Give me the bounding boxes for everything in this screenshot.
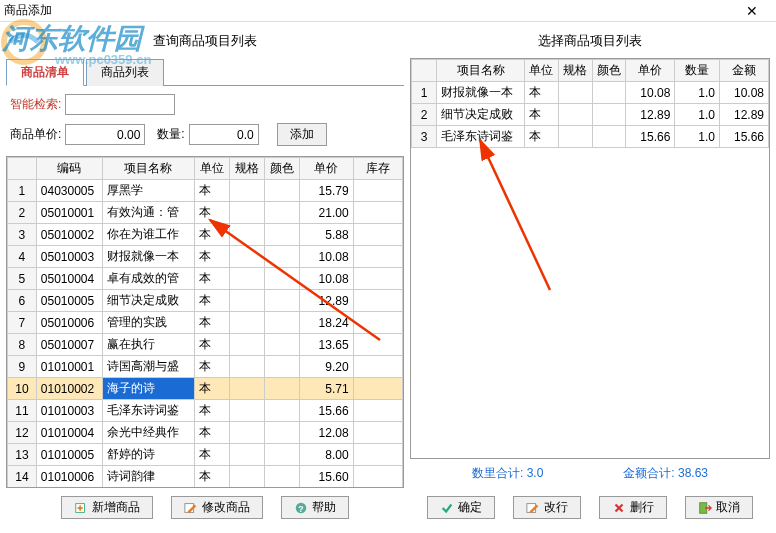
title-bar: 商品添加 ✕ [0,0,776,22]
rcol-spec[interactable]: 规格 [558,60,592,82]
delete-icon [612,501,626,515]
table-row[interactable]: 901010001诗国高潮与盛本9.20 [8,356,403,378]
rcol-name[interactable]: 项目名称 [437,60,525,82]
col-name[interactable]: 项目名称 [102,158,195,180]
rcol-color[interactable]: 颜色 [592,60,626,82]
table-row[interactable]: 104030005厚黑学本15.79 [8,180,403,202]
help-button[interactable]: ?帮助 [281,496,349,519]
qty-input[interactable] [189,124,259,145]
col-code[interactable]: 编码 [36,158,102,180]
svg-text:?: ? [298,503,303,513]
plus-icon [74,501,88,515]
rcol-price[interactable]: 单价 [626,60,675,82]
left-panel-title: 查询商品项目列表 [6,28,404,54]
window-title: 商品添加 [4,2,732,19]
check-icon [440,501,454,515]
left-grid-header: 编码 项目名称 单位 规格 颜色 单价 库存 [8,158,403,180]
ok-button[interactable]: 确定 [427,496,495,519]
help-icon: ? [294,501,308,515]
search-label: 智能检索: [10,96,61,113]
table-row[interactable]: 1财报就像一本本10.081.010.08 [412,82,769,104]
totals-row: 数里合计: 3.0 金额合计: 38.63 [410,459,770,488]
col-unit[interactable]: 单位 [195,158,230,180]
modify-row-button[interactable]: 改行 [513,496,581,519]
table-row[interactable]: 3毛泽东诗词鉴本15.661.015.66 [412,126,769,148]
search-input[interactable] [65,94,175,115]
table-row[interactable]: 1001010002海子的诗本5.71 [8,378,403,400]
col-color[interactable]: 颜色 [265,158,300,180]
col-stock[interactable]: 库存 [353,158,402,180]
new-product-button[interactable]: 新增商品 [61,496,153,519]
rcol-amt[interactable]: 金额 [719,60,768,82]
table-row[interactable]: 605010005细节决定成败本12.89 [8,290,403,312]
table-row[interactable]: 305010002你在为谁工作本5.88 [8,224,403,246]
amt-total-value: 38.63 [678,466,708,480]
left-grid[interactable]: 编码 项目名称 单位 规格 颜色 单价 库存 104030005厚黑学本15.7… [6,156,404,488]
add-button[interactable]: 添加 [277,123,327,146]
table-row[interactable]: 705010006管理的实践本18.24 [8,312,403,334]
tab-product-catalog[interactable]: 商品列表 [86,59,164,86]
right-toolbar: 确定 改行 删行 取消 [410,488,770,527]
edit-product-button[interactable]: 修改商品 [171,496,263,519]
rcol-unit[interactable]: 单位 [525,60,559,82]
rcol-qty[interactable]: 数量 [675,60,720,82]
price-input[interactable] [65,124,145,145]
right-panel: 选择商品项目列表 项目名称 单位 规格 颜色 单价 数量 金额 1财报就像一本本… [410,28,770,527]
table-row[interactable]: 1101010003毛泽东诗词鉴本15.66 [8,400,403,422]
left-toolbar: 新增商品 修改商品 ?帮助 [6,488,404,527]
table-row[interactable]: 1401010006诗词韵律本15.60 [8,466,403,488]
pencil-icon [184,501,198,515]
delete-row-button[interactable]: 删行 [599,496,667,519]
table-row[interactable]: 1201010004余光中经典作本12.08 [8,422,403,444]
right-grid-header: 项目名称 单位 规格 颜色 单价 数量 金额 [412,60,769,82]
price-label: 商品单价: [10,126,61,143]
right-panel-title: 选择商品项目列表 [410,28,770,54]
exit-icon [698,501,712,515]
left-panel: 查询商品项目列表 商品清单 商品列表 智能检索: 商品单价: 数量: 添加 编码… [6,28,404,527]
table-row[interactable]: 2细节决定成败本12.891.012.89 [412,104,769,126]
tab-bar: 商品清单 商品列表 [6,58,404,86]
amt-total-label: 金额合计: [623,466,674,480]
qty-total-label: 数里合计: [472,466,523,480]
tab-product-list[interactable]: 商品清单 [6,59,84,86]
edit-row-icon [526,501,540,515]
close-button[interactable]: ✕ [732,1,772,21]
qty-label: 数量: [157,126,184,143]
table-row[interactable]: 205010001有效沟通：管本21.00 [8,202,403,224]
table-row[interactable]: 1301010005舒婷的诗本8.00 [8,444,403,466]
table-row[interactable]: 505010004卓有成效的管本10.08 [8,268,403,290]
right-grid[interactable]: 项目名称 单位 规格 颜色 单价 数量 金额 1财报就像一本本10.081.01… [410,58,770,459]
col-price[interactable]: 单价 [300,158,353,180]
cancel-button[interactable]: 取消 [685,496,753,519]
col-spec[interactable]: 规格 [230,158,265,180]
qty-total-value: 3.0 [527,466,544,480]
table-row[interactable]: 405010003财报就像一本本10.08 [8,246,403,268]
table-row[interactable]: 805010007赢在执行本13.65 [8,334,403,356]
